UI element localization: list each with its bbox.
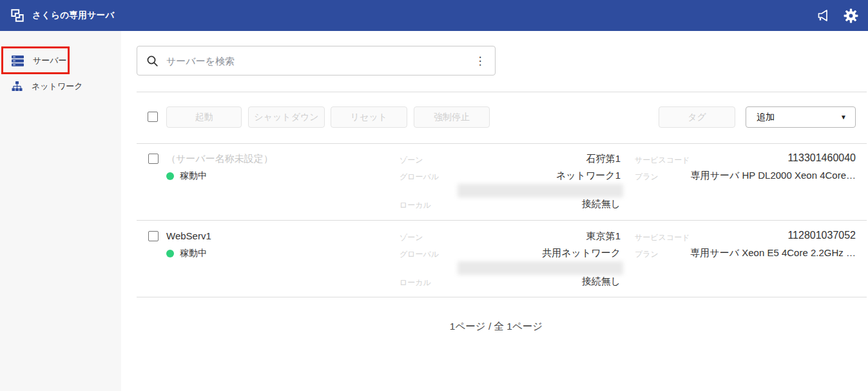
service-code-value: 113301460040	[787, 152, 856, 164]
service-code-label: サービスコード	[635, 232, 690, 243]
server-search-box: ⋮	[137, 46, 496, 75]
redacted-ip	[458, 261, 623, 275]
global-network-value: ネットワーク1	[556, 170, 621, 182]
zone-label: ゾーン	[400, 155, 423, 166]
select-all-checkbox[interactable]	[148, 112, 158, 122]
sidebar-item-label: サーバー	[33, 55, 67, 66]
global-label: グローバル	[400, 249, 439, 260]
pagination-text: 1ページ / 全 1ページ	[137, 320, 856, 334]
sidebar-item-label: ネットワーク	[32, 81, 83, 92]
redacted-ip	[458, 184, 623, 197]
zone-value: 東京第1	[586, 230, 621, 243]
server-row: WebServ1 稼動中 ゾーン グローバル ローカル 東京第1 共用ネットワー…	[121, 221, 868, 297]
app-logo[interactable]: さくらの専用サーバ	[9, 7, 115, 24]
reset-button[interactable]: リセット	[331, 106, 407, 128]
plan-label: プラン	[635, 249, 659, 260]
server-name: （サーバー名称未設定）	[166, 153, 273, 165]
server-status: 稼動中	[166, 248, 207, 259]
caret-down-icon: ▼	[840, 107, 847, 127]
row-checkbox[interactable]	[148, 154, 159, 164]
global-label: グローバル	[400, 172, 439, 183]
plan-value: 専用サーバ HP DL2000 Xeon 4Core…	[691, 170, 856, 182]
search-icon	[146, 55, 159, 67]
status-dot-icon	[166, 250, 174, 257]
app-title: さくらの専用サーバ	[32, 10, 115, 21]
server-status: 稼動中	[166, 170, 207, 182]
shutdown-button[interactable]: シャットダウン	[248, 106, 325, 128]
network-icon	[12, 81, 23, 92]
force-stop-button[interactable]: 強制停止	[414, 106, 490, 128]
plan-label: プラン	[635, 172, 659, 183]
sidebar-item-servers[interactable]: サーバー	[12, 54, 67, 67]
tag-button[interactable]: タグ	[659, 106, 735, 128]
sidebar: サーバー ネットワーク	[0, 31, 121, 391]
app-header: さくらの専用サーバ	[0, 0, 868, 31]
divider	[137, 92, 867, 92]
server-name: WebServ1	[166, 230, 211, 241]
announcements-megaphone-icon[interactable]	[816, 8, 831, 23]
servers-icon	[12, 55, 24, 66]
settings-gear-icon[interactable]	[843, 8, 859, 24]
status-dot-icon	[166, 172, 174, 180]
sakura-logo-icon	[9, 7, 26, 24]
search-options-kebab-icon[interactable]: ⋮	[474, 55, 486, 66]
add-server-dropdown[interactable]: 追加 ▼	[746, 106, 856, 128]
global-network-value: 共用ネットワーク	[542, 247, 621, 259]
search-input[interactable]	[166, 55, 467, 66]
divider	[137, 297, 867, 297]
zone-label: ゾーン	[400, 232, 423, 243]
local-network-value: 接続無し	[582, 276, 621, 288]
local-network-value: 接続無し	[582, 198, 621, 210]
status-label: 稼動中	[180, 248, 207, 259]
power-on-button[interactable]: 起動	[166, 106, 242, 128]
zone-value: 石狩第1	[586, 153, 621, 165]
add-label: 追加	[757, 107, 775, 127]
service-code-value: 112801037052	[787, 230, 856, 241]
status-label: 稼動中	[180, 170, 207, 182]
main-content: ⋮ 起動 シャットダウン リセット 強制停止 タグ 追加 ▼ （サーバー名称未設…	[121, 31, 868, 391]
local-label: ローカル	[400, 277, 431, 288]
sidebar-item-network[interactable]: ネットワーク	[12, 80, 83, 93]
row-checkbox[interactable]	[148, 231, 159, 241]
server-row: （サーバー名称未設定） 稼動中 ゾーン グローバル ローカル 石狩第1 ネットワ…	[121, 143, 868, 221]
service-code-label: サービスコード	[635, 155, 690, 166]
local-label: ローカル	[400, 200, 431, 211]
plan-value: 専用サーバ Xeon E5 4Core 2.2GHz …	[690, 247, 856, 259]
